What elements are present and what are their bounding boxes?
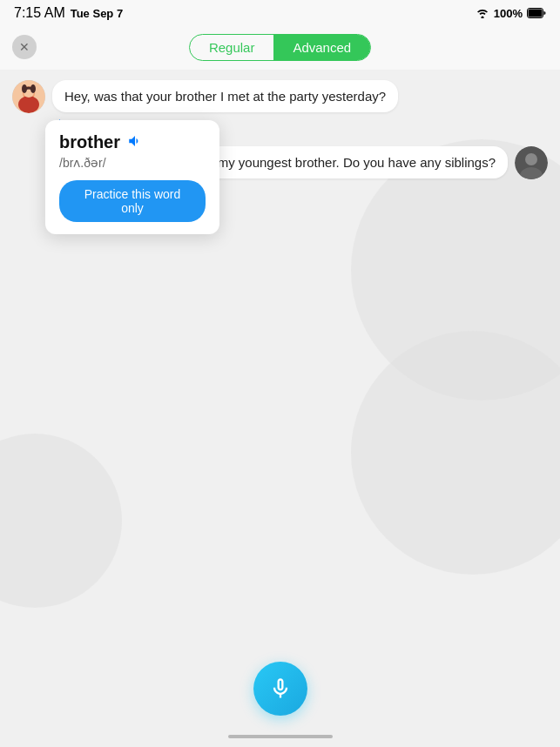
svg-point-9 bbox=[525, 153, 537, 165]
status-date: Tue Sep 7 bbox=[71, 7, 123, 20]
received-bubble: Hey, was that your brother I met at the … bbox=[52, 80, 398, 112]
practice-word-button[interactable]: Practice this word only bbox=[59, 180, 206, 222]
status-bar: 7:15 AM Tue Sep 7 100% bbox=[0, 0, 560, 24]
tab-group: Regular Advanced bbox=[189, 34, 371, 61]
bg-circle-3 bbox=[0, 434, 122, 608]
word-audio-icon[interactable] bbox=[127, 133, 143, 152]
word-phonetic: /brʌ.ðər/ bbox=[59, 156, 206, 170]
avatar-received bbox=[12, 80, 45, 113]
microphone-button[interactable] bbox=[253, 662, 307, 716]
home-indicator bbox=[228, 735, 333, 738]
wifi-icon bbox=[476, 8, 489, 18]
mic-container bbox=[253, 662, 307, 716]
svg-point-4 bbox=[18, 96, 39, 113]
status-time: 7:15 AM bbox=[14, 5, 65, 21]
close-button[interactable]: ✕ bbox=[12, 35, 37, 59]
header: ✕ Regular Advanced bbox=[0, 24, 560, 70]
tab-regular[interactable]: Regular bbox=[190, 35, 274, 60]
status-right: 100% bbox=[476, 7, 546, 20]
received-message-text: Hey, was that your brother I met at the … bbox=[64, 89, 386, 104]
bg-circle-2 bbox=[351, 331, 560, 575]
word-popup-header: brother bbox=[59, 132, 206, 152]
word-popup: brother /brʌ.ðər/ Practice this word onl… bbox=[45, 120, 219, 234]
avatar-sent bbox=[515, 146, 548, 179]
word-title: brother bbox=[59, 132, 120, 152]
microphone-icon bbox=[268, 676, 293, 701]
tab-advanced[interactable]: Advanced bbox=[273, 35, 370, 60]
svg-rect-1 bbox=[529, 10, 543, 17]
battery-percent: 100% bbox=[494, 7, 523, 20]
battery-icon bbox=[527, 8, 546, 18]
